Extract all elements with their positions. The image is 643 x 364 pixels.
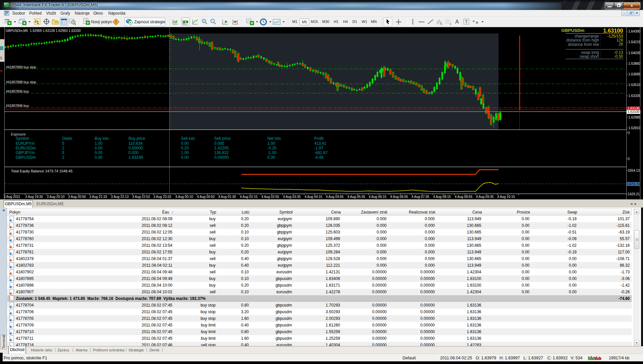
svg-text:A: A bbox=[455, 19, 459, 25]
svg-text:T: T bbox=[465, 19, 468, 24]
svg-text:!: ! bbox=[115, 20, 117, 24]
svg-text:F: F bbox=[450, 23, 451, 25]
svg-text:E: E bbox=[441, 23, 442, 25]
